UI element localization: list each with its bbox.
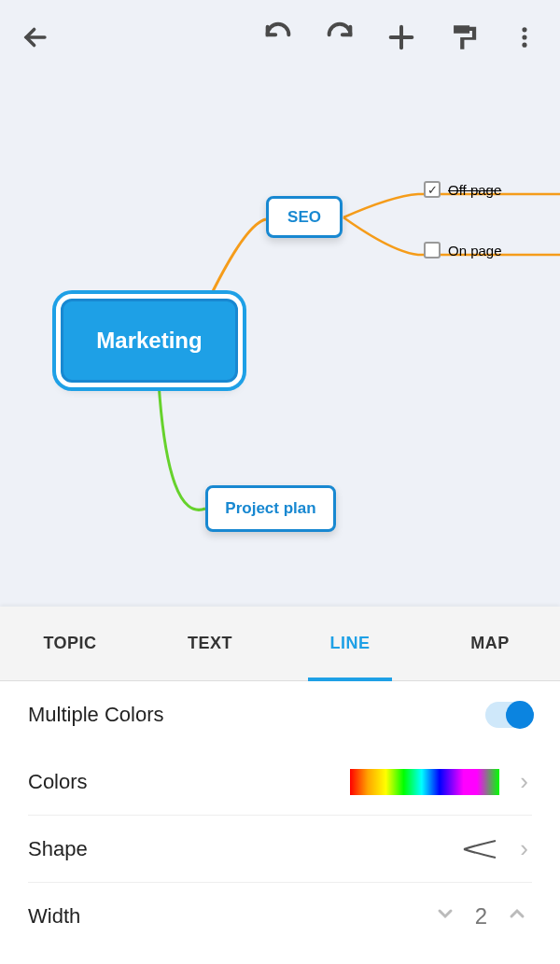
width-value: 2 — [460, 903, 502, 929]
node-offpage[interactable]: Off page — [424, 181, 501, 198]
tab-line[interactable]: LINE — [280, 607, 420, 680]
row-shape[interactable]: Shape › — [28, 816, 532, 883]
back-button[interactable] — [19, 21, 52, 54]
colors-spectrum — [350, 769, 499, 795]
node-project-plan[interactable]: Project plan — [205, 485, 336, 532]
node-onpage-label: On page — [448, 243, 502, 258]
multiple-colors-label: Multiple Colors — [28, 703, 485, 727]
shape-label: Shape — [28, 837, 462, 861]
node-seo[interactable]: SEO — [266, 196, 343, 238]
node-offpage-label: Off page — [448, 182, 501, 198]
chevron-up-icon — [506, 902, 528, 925]
tab-topic[interactable]: TOPIC — [0, 607, 140, 680]
format-paint-icon — [447, 21, 479, 53]
node-onpage[interactable]: On page — [424, 242, 502, 258]
svg-point-1 — [522, 35, 526, 39]
chevron-down-icon — [434, 902, 456, 925]
back-arrow-icon — [20, 21, 51, 53]
undo-button[interactable] — [261, 21, 295, 54]
node-project-plan-label: Project plan — [225, 499, 315, 518]
tab-text[interactable]: TEXT — [140, 607, 280, 680]
colors-label: Colors — [28, 770, 350, 794]
row-multiple-colors: Multiple Colors — [28, 681, 532, 748]
mindmap-canvas[interactable]: Marketing SEO Project plan Off page On p… — [0, 75, 560, 607]
svg-point-2 — [522, 43, 526, 48]
undo-icon — [262, 21, 294, 53]
redo-button[interactable] — [323, 21, 357, 54]
tab-map[interactable]: MAP — [420, 607, 560, 680]
svg-point-0 — [522, 27, 526, 32]
add-button[interactable] — [385, 21, 418, 54]
menu-button[interactable] — [508, 21, 541, 54]
plus-icon — [385, 21, 417, 53]
chevron-right-icon: › — [516, 834, 532, 863]
node-seo-label: SEO — [287, 208, 321, 227]
redo-icon — [324, 21, 356, 53]
shape-preview-icon — [462, 838, 499, 860]
checkbox-onpage[interactable] — [424, 242, 441, 258]
panel-tabs: TOPIC TEXT LINE MAP — [0, 607, 560, 681]
properties-panel: TOPIC TEXT LINE MAP Multiple Colors Colo… — [0, 607, 560, 964]
width-increase[interactable] — [502, 902, 532, 931]
width-decrease[interactable] — [430, 902, 460, 931]
width-label: Width — [28, 904, 430, 929]
multiple-colors-toggle[interactable] — [485, 702, 532, 728]
node-root[interactable]: Marketing — [61, 299, 238, 383]
checkbox-offpage[interactable] — [424, 181, 441, 198]
style-button[interactable] — [446, 21, 480, 54]
node-root-label: Marketing — [96, 328, 202, 354]
chevron-right-icon: › — [516, 767, 532, 796]
row-width: Width 2 — [28, 883, 532, 950]
more-vertical-icon — [511, 24, 538, 50]
row-colors[interactable]: Colors › — [28, 748, 532, 816]
